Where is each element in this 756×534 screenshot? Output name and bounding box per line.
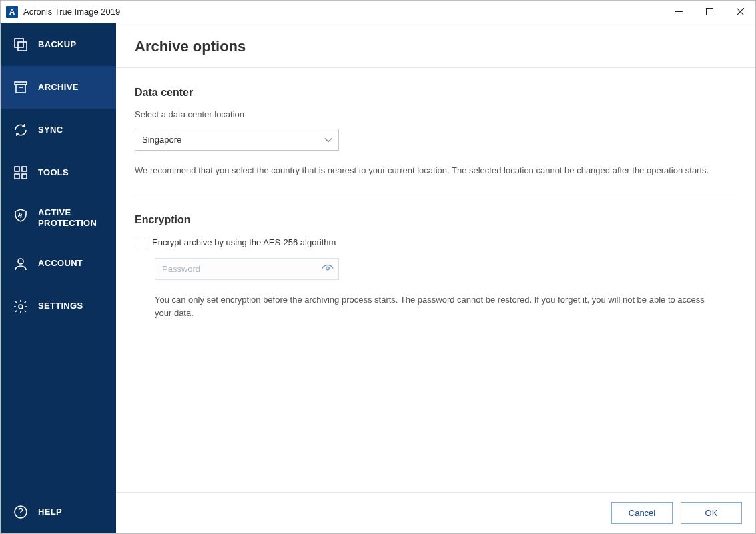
ok-button[interactable]: OK: [681, 502, 742, 524]
minimize-button[interactable]: [663, 1, 694, 23]
window-controls: [663, 1, 755, 23]
cancel-button[interactable]: Cancel: [611, 502, 673, 524]
sidebar-item-label: BACKUP: [38, 39, 76, 50]
sidebar-item-label: SYNC: [38, 125, 63, 135]
sidebar-item-label: HELP: [38, 507, 62, 517]
sidebar: BACKUP ARCHIVE SYNC TOOLS ACTIVE PROTECT: [1, 23, 116, 533]
encryption-checkbox-label: Encrypt archive by using the AES-256 alg…: [152, 237, 336, 247]
datacenter-field-label: Select a data center location: [135, 109, 737, 119]
encryption-section-title: Encryption: [135, 214, 737, 226]
sidebar-item-help[interactable]: HELP: [1, 491, 116, 533]
help-icon: [13, 504, 29, 520]
datacenter-select-wrap: Singapore: [135, 129, 339, 151]
encryption-checkbox-row: Encrypt archive by using the AES-256 alg…: [135, 237, 737, 247]
section-divider: [135, 195, 737, 195]
datacenter-selected-value: Singapore: [142, 135, 181, 145]
sidebar-item-settings[interactable]: SETTINGS: [1, 285, 116, 328]
sync-icon: [13, 122, 29, 138]
svg-point-13: [18, 259, 23, 264]
password-input[interactable]: [155, 258, 339, 280]
page-title: Archive options: [135, 38, 737, 55]
svg-rect-9: [15, 167, 19, 171]
svg-rect-1: [706, 9, 713, 15]
footer: Cancel OK: [116, 492, 755, 533]
eye-icon[interactable]: [322, 264, 334, 274]
svg-rect-10: [22, 167, 27, 171]
account-icon: [13, 256, 29, 272]
sidebar-item-sync[interactable]: SYNC: [1, 109, 116, 151]
sidebar-item-tools[interactable]: TOOLS: [1, 151, 116, 194]
app-title: Acronis True Image 2019: [23, 7, 663, 17]
shield-icon: [13, 207, 29, 223]
sidebar-item-active-protection[interactable]: ACTIVE PROTECTION: [1, 194, 116, 243]
encryption-hint: You can only set encryption before the a…: [155, 293, 722, 320]
svg-rect-7: [16, 85, 25, 93]
backup-icon: [13, 37, 29, 53]
main-content: Data center Select a data center locatio…: [116, 68, 755, 492]
tools-icon: [13, 165, 29, 181]
main-header: Archive options: [116, 23, 755, 68]
sidebar-item-account[interactable]: ACCOUNT: [1, 243, 116, 285]
datacenter-hint: We recommend that you select the country…: [135, 164, 737, 177]
close-button[interactable]: [725, 1, 755, 23]
svg-point-16: [20, 515, 21, 515]
main: Archive options Data center Select a dat…: [116, 23, 755, 533]
app-icon: A: [6, 6, 18, 18]
titlebar: A Acronis True Image 2019: [1, 1, 755, 23]
maximize-button[interactable]: [694, 1, 725, 23]
sidebar-item-backup[interactable]: BACKUP: [1, 23, 116, 66]
datacenter-select[interactable]: Singapore: [135, 129, 339, 151]
password-wrap: [155, 258, 339, 280]
svg-point-17: [326, 267, 329, 269]
svg-point-14: [19, 305, 23, 309]
svg-rect-11: [15, 174, 19, 179]
encryption-checkbox[interactable]: [135, 237, 145, 247]
sidebar-item-label: ACTIVE PROTECTION: [38, 207, 97, 229]
svg-rect-4: [15, 39, 23, 47]
sidebar-item-label: ACCOUNT: [38, 258, 83, 269]
sidebar-item-label: ARCHIVE: [38, 82, 79, 93]
settings-icon: [13, 299, 29, 315]
sidebar-item-label: TOOLS: [38, 167, 69, 178]
sidebar-item-label: SETTINGS: [38, 301, 83, 311]
archive-icon: [13, 79, 29, 95]
svg-rect-5: [18, 42, 27, 51]
svg-rect-12: [22, 174, 27, 179]
sidebar-item-archive[interactable]: ARCHIVE: [1, 66, 116, 109]
datacenter-section-title: Data center: [135, 87, 737, 99]
